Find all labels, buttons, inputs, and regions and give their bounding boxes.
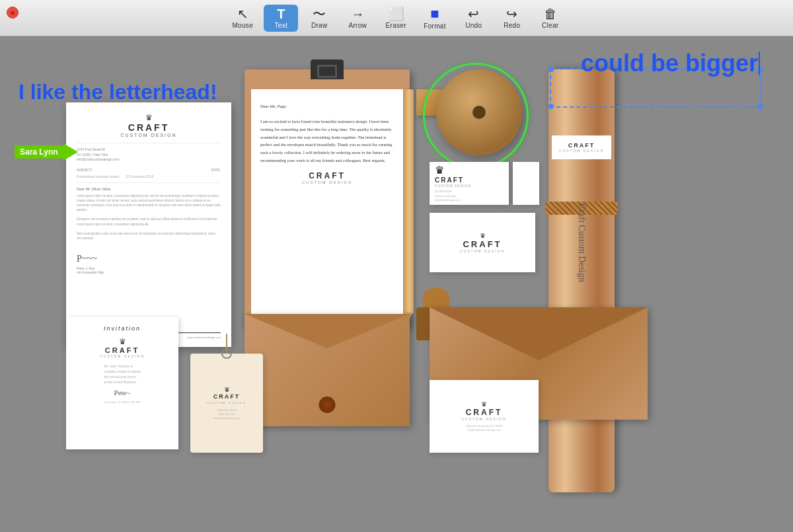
eraser-icon: ⬜ bbox=[388, 7, 404, 20]
arrow-tool-button[interactable]: → Arrow bbox=[340, 5, 375, 32]
biz-card-brand: CRAFT bbox=[463, 239, 502, 249]
invitation-card: Invitation ♛ CRAFT CUSTOM DESIGN Mr. Joh… bbox=[66, 317, 178, 449]
envelope-flap bbox=[430, 307, 648, 360]
envelope-wax-seal bbox=[319, 397, 336, 413]
logo-brand: CRAFT bbox=[77, 122, 221, 133]
kraft-envelope-small bbox=[245, 314, 410, 426]
logo-crown: ♛ bbox=[77, 113, 221, 122]
redo-icon: ↪ bbox=[506, 7, 517, 20]
tag-brand: CRAFT bbox=[213, 393, 241, 400]
redo-tool-button[interactable]: ↪ Redo bbox=[495, 5, 529, 32]
close-button[interactable] bbox=[7, 7, 19, 19]
rolled-tube: CRAFT CUSTOM DESIGN Craft Custom Design bbox=[548, 69, 615, 492]
text-tool-button[interactable]: T Text bbox=[264, 5, 298, 32]
clipboard-paper: Dear Ms. Page, I am so excited to have f… bbox=[251, 89, 403, 321]
arrow-label: Arrow bbox=[348, 22, 367, 29]
tag-card: ♛ CRAFT CUSTOM DESIGN 1234 First Street … bbox=[190, 354, 263, 453]
clipboard-board: Dear Ms. Page, I am so excited to have f… bbox=[245, 69, 410, 327]
green-circle-annotation bbox=[423, 63, 529, 169]
sara-arrow bbox=[63, 143, 78, 161]
draw-label: Draw bbox=[311, 22, 328, 29]
canvas-area[interactable]: ♛ CRAFT CUSTOM DESIGN 1234 First Street … bbox=[0, 36, 793, 532]
clipboard-tagline: CUSTOM DESIGN bbox=[260, 180, 394, 184]
eraser-label: Eraser bbox=[386, 22, 406, 29]
mouse-icon: ↖ bbox=[237, 7, 248, 20]
undo-label: Undo bbox=[465, 22, 482, 29]
clear-label: Clear bbox=[542, 22, 558, 29]
paper-signature: P~~~ bbox=[77, 254, 221, 264]
pencil bbox=[404, 89, 414, 314]
trash-icon: 🗑 bbox=[544, 7, 557, 20]
eraser-tool-button[interactable]: ⬜ Eraser bbox=[379, 5, 413, 32]
small-envelope-flap bbox=[245, 314, 410, 357]
draw-tool-button[interactable]: 〜 Draw bbox=[302, 5, 336, 32]
redo-label: Redo bbox=[504, 22, 520, 29]
clipboard-clip bbox=[311, 59, 344, 79]
undo-icon: ↩ bbox=[468, 7, 479, 20]
business-card-small: ♛ CRAFT CUSTOM DESIGN OLIVER ROWDirector… bbox=[430, 162, 509, 205]
format-label: Format bbox=[424, 22, 445, 30]
clipboard: Dear Ms. Page, I am so excited to have f… bbox=[245, 63, 410, 327]
draw-icon: 〜 bbox=[313, 7, 326, 20]
invite-brand: CRAFT bbox=[105, 346, 139, 354]
clear-tool-button[interactable]: 🗑 Clear bbox=[533, 5, 568, 32]
text-icon: T bbox=[277, 7, 285, 20]
sara-lynn-label: Sara Lynn bbox=[15, 143, 78, 161]
tube-label: CRAFT CUSTOM DESIGN bbox=[552, 135, 611, 159]
undo-tool-button[interactable]: ↩ Undo bbox=[457, 5, 491, 32]
price-tag: ♛ CRAFT CUSTOM DESIGN 1234 First Street … bbox=[190, 334, 263, 453]
stationery-mockup: ♛ CRAFT CUSTOM DESIGN 1234 First Street … bbox=[66, 63, 714, 525]
arrow-icon: → bbox=[351, 7, 364, 20]
corner-handle-bl[interactable] bbox=[548, 104, 554, 109]
kraft-small-card: ♛ CRAFT CUSTOM DESIGN 1234 First Street … bbox=[430, 380, 539, 453]
text-annotation-box[interactable] bbox=[550, 68, 761, 108]
mouse-label: Mouse bbox=[232, 22, 253, 29]
stamp-handle bbox=[423, 287, 449, 307]
corner-handle-tr[interactable] bbox=[757, 67, 763, 72]
tube-signature: Craft Custom Design bbox=[576, 204, 587, 263]
business-cards-area: ♛ CRAFT CUSTOM DESIGN OLIVER ROWDirector… bbox=[430, 162, 542, 276]
format-icon: ■ bbox=[430, 7, 439, 21]
business-card-main: ♛ CRAFT CUSTOM DESIGN bbox=[430, 213, 535, 272]
letterhead-paper: ♛ CRAFT CUSTOM DESIGN 1234 First Street … bbox=[66, 102, 231, 347]
clipboard-brand: CRAFT bbox=[260, 171, 394, 180]
format-tool-button[interactable]: ■ Format bbox=[417, 4, 452, 32]
corner-handle-tl[interactable] bbox=[548, 67, 554, 72]
text-label: Text bbox=[274, 22, 287, 29]
sara-name: Sara Lynn bbox=[15, 145, 63, 159]
logo-tagline: CUSTOM DESIGN bbox=[77, 133, 221, 137]
mouse-tool-button[interactable]: ↖ Mouse bbox=[225, 5, 260, 32]
small-card-brand: CRAFT bbox=[466, 408, 503, 417]
corner-handle-br[interactable] bbox=[757, 104, 763, 109]
paper-address: 1234 First Street W NY 10001 | New York … bbox=[77, 147, 221, 163]
toolbar: ↖ Mouse T Text 〜 Draw → Arrow ⬜ Eraser ■… bbox=[0, 0, 793, 36]
